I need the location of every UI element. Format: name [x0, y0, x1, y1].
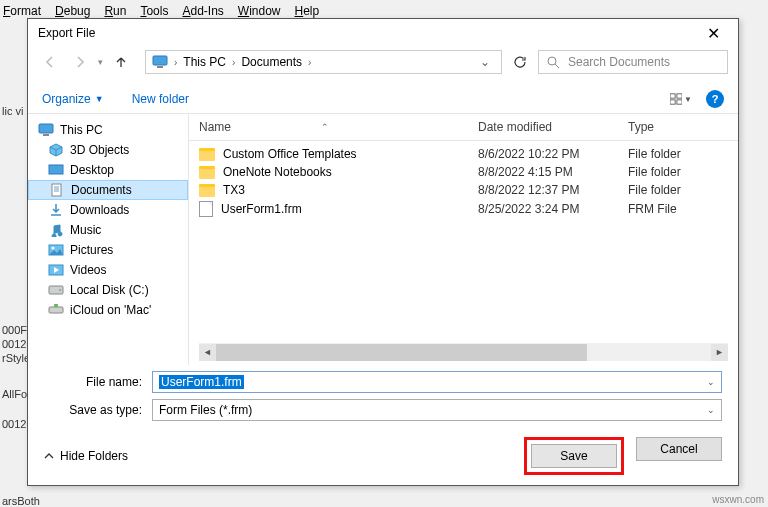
menu-addins[interactable]: Add-Ins: [182, 4, 223, 18]
column-headers: Name⌃ Date modified Type: [189, 114, 738, 141]
arrow-up-icon: [114, 55, 128, 69]
arrow-right-icon: [73, 55, 87, 69]
videos-icon: [48, 263, 64, 277]
svg-rect-4: [670, 94, 675, 98]
svg-point-20: [59, 289, 61, 291]
svg-rect-7: [677, 100, 682, 104]
list-item[interactable]: UserForm1.frm 8/25/2022 3:24 PM FRM File: [189, 199, 738, 219]
filename-value: UserForm1.frm: [159, 375, 244, 389]
tree-desktop[interactable]: Desktop: [28, 160, 188, 180]
tree-localdisk[interactable]: Local Disk (C:): [28, 280, 188, 300]
scroll-left-icon[interactable]: ◄: [199, 344, 216, 361]
chevron-up-icon: [44, 451, 54, 461]
scroll-right-icon[interactable]: ►: [711, 344, 728, 361]
view-options-button[interactable]: ▼: [670, 90, 692, 108]
menu-help[interactable]: Help: [295, 4, 320, 18]
tree-downloads[interactable]: Downloads: [28, 200, 188, 220]
saveastype-select[interactable]: Form Files (*.frm) ⌄: [152, 399, 722, 421]
tree-3dobjects[interactable]: 3D Objects: [28, 140, 188, 160]
tree-label: Pictures: [70, 243, 113, 257]
cube-icon: [48, 143, 64, 157]
download-icon: [48, 203, 64, 217]
documents-icon: [49, 183, 65, 197]
nav-tree: This PC 3D Objects Desktop Documents Dow…: [28, 114, 188, 365]
tree-label: Downloads: [70, 203, 129, 217]
chevron-down-icon[interactable]: ⌄: [707, 405, 715, 415]
svg-point-17: [52, 247, 55, 250]
list-item[interactable]: TX3 8/8/2022 12:37 PM File folder: [189, 181, 738, 199]
column-type[interactable]: Type: [628, 120, 728, 134]
new-folder-button[interactable]: New folder: [132, 92, 189, 106]
tree-label: Documents: [71, 183, 132, 197]
host-menubar: Format Debug Run Tools Add-Ins Window He…: [3, 4, 319, 18]
menu-debug[interactable]: Debug: [55, 4, 90, 18]
tree-label: Local Disk (C:): [70, 283, 149, 297]
tree-thispc[interactable]: This PC: [28, 120, 188, 140]
horizontal-scrollbar[interactable]: ◄ ►: [199, 343, 728, 361]
svg-line-3: [555, 64, 559, 68]
monitor-icon: [152, 55, 168, 69]
svg-rect-8: [39, 124, 53, 133]
saveastype-value: Form Files (*.frm): [159, 403, 252, 417]
dialog-actions: Hide Folders Save Cancel: [28, 427, 738, 485]
toolbar: Organize ▼ New folder ▼ ?: [28, 85, 738, 113]
filename-input[interactable]: UserForm1.frm ⌄: [152, 371, 722, 393]
tree-icloud[interactable]: iCloud on 'Mac': [28, 300, 188, 320]
svg-rect-10: [49, 165, 63, 174]
chevron-down-icon[interactable]: ⌄: [707, 377, 715, 387]
tree-label: Music: [70, 223, 101, 237]
chevron-right-icon: ›: [170, 57, 181, 68]
close-icon[interactable]: ✕: [699, 24, 728, 43]
svg-rect-22: [54, 304, 58, 307]
refresh-icon: [513, 55, 527, 69]
tree-label: Videos: [70, 263, 106, 277]
menu-format[interactable]: Format: [3, 4, 41, 18]
menu-run[interactable]: Run: [104, 4, 126, 18]
folder-icon: [199, 166, 215, 179]
organize-button[interactable]: Organize ▼: [42, 92, 104, 106]
svg-rect-9: [43, 134, 49, 136]
music-icon: [48, 223, 64, 237]
breadcrumb-thispc[interactable]: This PC: [183, 55, 226, 69]
breadcrumb[interactable]: › This PC › Documents › ⌄: [145, 50, 502, 74]
column-name[interactable]: Name⌃: [199, 120, 478, 134]
pictures-icon: [48, 243, 64, 257]
watermark: wsxwn.com: [712, 494, 764, 505]
list-item[interactable]: Custom Office Templates 8/6/2022 10:22 P…: [189, 145, 738, 163]
view-icon: [670, 93, 682, 105]
list-item[interactable]: OneNote Notebooks 8/8/2022 4:15 PM File …: [189, 163, 738, 181]
tree-documents[interactable]: Documents: [28, 180, 188, 200]
breadcrumb-dropdown[interactable]: ⌄: [475, 55, 495, 69]
forward-button[interactable]: [68, 50, 92, 74]
menu-tools[interactable]: Tools: [140, 4, 168, 18]
hide-folders-button[interactable]: Hide Folders: [44, 449, 128, 463]
drive-icon: [48, 283, 64, 297]
tree-pictures[interactable]: Pictures: [28, 240, 188, 260]
svg-rect-0: [153, 56, 167, 65]
search-input[interactable]: Search Documents: [538, 50, 728, 74]
svg-point-2: [548, 57, 556, 65]
nav-history-dropdown[interactable]: ▾: [98, 57, 103, 67]
tree-label: This PC: [60, 123, 103, 137]
up-button[interactable]: [109, 50, 133, 74]
breadcrumb-documents[interactable]: Documents: [241, 55, 302, 69]
menu-window[interactable]: Window: [238, 4, 281, 18]
refresh-button[interactable]: [508, 50, 532, 74]
help-icon[interactable]: ?: [706, 90, 724, 108]
file-icon: [199, 201, 213, 217]
filename-label: File name:: [44, 375, 152, 389]
chevron-right-icon: ›: [304, 57, 315, 68]
column-date[interactable]: Date modified: [478, 120, 628, 134]
export-file-dialog: Export File ✕ ▾ › This PC › Documents › …: [27, 18, 739, 486]
tree-music[interactable]: Music: [28, 220, 188, 240]
network-drive-icon: [48, 303, 64, 317]
titlebar: Export File ✕: [28, 19, 738, 47]
cancel-button[interactable]: Cancel: [636, 437, 722, 461]
search-icon: [547, 56, 560, 69]
back-button[interactable]: [38, 50, 62, 74]
scrollbar-thumb[interactable]: [216, 344, 587, 361]
chevron-right-icon: ›: [228, 57, 239, 68]
tree-videos[interactable]: Videos: [28, 260, 188, 280]
arrow-left-icon: [43, 55, 57, 69]
save-button[interactable]: Save: [531, 444, 617, 468]
